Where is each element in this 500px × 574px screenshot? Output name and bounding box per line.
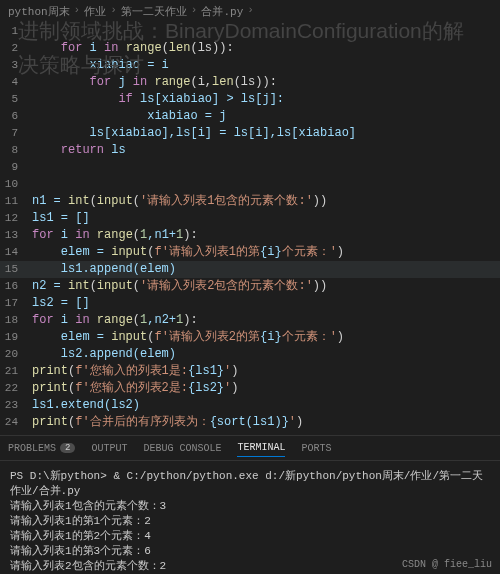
code-line[interactable]: 6 xiabiao = j [0,108,500,125]
code-line[interactable]: 15 ls1.append(elem) [0,261,500,278]
code-line[interactable]: 21print(f'您输入的列表1是:{ls1}') [0,363,500,380]
code-line[interactable]: 8 return ls [0,142,500,159]
line-number: 14 [0,244,32,261]
code-content[interactable]: if ls[xiabiao] > ls[j]: [32,91,500,108]
code-content[interactable]: for i in range(1,n2+1): [32,312,500,329]
line-number: 11 [0,193,32,210]
crumb[interactable]: 合并.py [201,4,243,19]
code-content[interactable]: ls1.extend(ls2) [32,397,500,414]
crumb[interactable]: 第一二天作业 [121,4,187,19]
line-number: 23 [0,397,32,414]
code-line[interactable]: 13for i in range(1,n1+1): [0,227,500,244]
code-line[interactable]: 9 [0,159,500,176]
code-line[interactable]: 14 elem = input(f'请输入列表1的第{i}个元素：') [0,244,500,261]
code-content[interactable]: ls2 = [] [32,295,500,312]
line-number: 15 [0,261,32,278]
code-content[interactable]: for i in range(len(ls)): [32,40,500,57]
line-number: 8 [0,142,32,159]
code-content[interactable] [32,159,500,176]
line-number: 18 [0,312,32,329]
problems-badge: 2 [60,443,75,453]
code-line[interactable]: 24print(f'合并后的有序列表为：{sort(ls1)}') [0,414,500,431]
line-number: 13 [0,227,32,244]
code-content[interactable]: xiabiao = i [32,57,500,74]
code-content[interactable]: xiabiao = j [32,108,500,125]
line-number: 20 [0,346,32,363]
code-line[interactable]: 5 if ls[xiabiao] > ls[j]: [0,91,500,108]
code-line[interactable]: 22print(f'您输入的列表2是:{ls2}') [0,380,500,397]
tab-terminal[interactable]: TERMINAL [237,439,285,457]
terminal-line: 请输入列表1的第2个元素：4 [10,529,490,544]
code-line[interactable]: 10 [0,176,500,193]
line-number: 5 [0,91,32,108]
breadcrumb: python周末› 作业› 第一二天作业› 合并.py› [0,0,500,23]
tab-debug[interactable]: DEBUG CONSOLE [143,443,221,454]
code-line[interactable]: 7 ls[xiabiao],ls[i] = ls[i],ls[xiabiao] [0,125,500,142]
tab-problems[interactable]: PROBLEMS 2 [8,443,75,454]
code-content[interactable]: ls2.append(elem) [32,346,500,363]
code-line[interactable]: 3 xiabiao = i [0,57,500,74]
terminal-line: PS D:\新python> & C:/python/python.exe d:… [10,469,490,499]
code-content[interactable]: n1 = int(input('请输入列表1包含的元素个数:')) [32,193,500,210]
code-line[interactable]: 12ls1 = [] [0,210,500,227]
line-number: 3 [0,57,32,74]
code-line[interactable]: 18for i in range(1,n2+1): [0,312,500,329]
code-line[interactable]: 2 for i in range(len(ls)): [0,40,500,57]
code-line[interactable]: 19 elem = input(f'请输入列表2的第{i}个元素：') [0,329,500,346]
line-number: 7 [0,125,32,142]
panel-tabs: PROBLEMS 2 OUTPUT DEBUG CONSOLE TERMINAL… [0,435,500,461]
line-number: 1 [0,23,32,40]
terminal-line: 请输入列表1的第1个元素：2 [10,514,490,529]
line-number: 9 [0,159,32,176]
line-number: 12 [0,210,32,227]
code-line[interactable]: 4 for j in range(i,len(ls)): [0,74,500,91]
code-content[interactable]: ls[xiabiao],ls[i] = ls[i],ls[xiabiao] [32,125,500,142]
code-line[interactable]: 11n1 = int(input('请输入列表1包含的元素个数:')) [0,193,500,210]
terminal-output[interactable]: PS D:\新python> & C:/python/python.exe d:… [0,461,500,574]
code-content[interactable]: n2 = int(input('请输入列表2包含的元素个数:')) [32,278,500,295]
code-line[interactable]: 23ls1.extend(ls2) [0,397,500,414]
line-number: 4 [0,74,32,91]
terminal-line: 请输入列表1的第3个元素：6 [10,544,490,559]
line-number: 2 [0,40,32,57]
code-line[interactable]: 1 [0,23,500,40]
line-number: 21 [0,363,32,380]
crumb[interactable]: python周末 [8,4,70,19]
code-content[interactable]: for j in range(i,len(ls)): [32,74,500,91]
line-number: 6 [0,108,32,125]
tab-output[interactable]: OUTPUT [91,443,127,454]
code-content[interactable]: return ls [32,142,500,159]
line-number: 17 [0,295,32,312]
code-content[interactable]: elem = input(f'请输入列表1的第{i}个元素：') [32,244,500,261]
terminal-line: 请输入列表1包含的元素个数：3 [10,499,490,514]
watermark: CSDN @ fiee_liu [402,559,492,570]
code-content[interactable]: elem = input(f'请输入列表2的第{i}个元素：') [32,329,500,346]
line-number: 10 [0,176,32,193]
code-content[interactable]: for i in range(1,n1+1): [32,227,500,244]
code-content[interactable]: print(f'合并后的有序列表为：{sort(ls1)}') [32,414,500,431]
code-editor[interactable]: 1 2 for i in range(len(ls)):3 xiabiao = … [0,23,500,431]
tab-ports[interactable]: PORTS [301,443,331,454]
crumb[interactable]: 作业 [84,4,106,19]
code-content[interactable] [32,176,500,193]
line-number: 22 [0,380,32,397]
code-content[interactable] [32,23,500,40]
line-number: 16 [0,278,32,295]
code-line[interactable]: 20 ls2.append(elem) [0,346,500,363]
code-line[interactable]: 17ls2 = [] [0,295,500,312]
line-number: 19 [0,329,32,346]
code-content[interactable]: ls1 = [] [32,210,500,227]
line-number: 24 [0,414,32,431]
code-content[interactable]: print(f'您输入的列表2是:{ls2}') [32,380,500,397]
code-line[interactable]: 16n2 = int(input('请输入列表2包含的元素个数:')) [0,278,500,295]
code-content[interactable]: ls1.append(elem) [32,261,500,278]
code-content[interactable]: print(f'您输入的列表1是:{ls1}') [32,363,500,380]
